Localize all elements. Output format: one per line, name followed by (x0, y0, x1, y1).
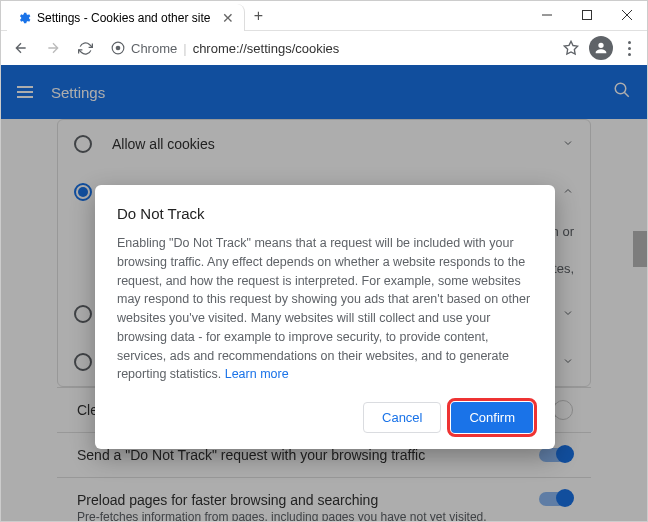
maximize-button[interactable] (567, 1, 607, 29)
dialog-body: Enabling "Do Not Track" means that a req… (117, 234, 533, 384)
reload-button[interactable] (71, 34, 99, 62)
window-controls (527, 1, 647, 29)
kebab-menu-icon[interactable] (617, 41, 641, 56)
window-titlebar: Settings - Cookies and other site ✕ + (1, 1, 647, 31)
cancel-button[interactable]: Cancel (363, 402, 441, 433)
forward-button[interactable] (39, 34, 67, 62)
new-tab-button[interactable]: + (245, 7, 271, 25)
svg-rect-1 (583, 11, 592, 20)
learn-more-link[interactable]: Learn more (225, 367, 289, 381)
url-display[interactable]: Chrome | chrome://settings/cookies (103, 41, 553, 56)
profile-avatar[interactable] (589, 36, 613, 60)
gear-icon (17, 11, 31, 25)
svg-point-5 (116, 46, 121, 51)
close-window-button[interactable] (607, 1, 647, 29)
browser-tab[interactable]: Settings - Cookies and other site ✕ (7, 4, 245, 31)
url-separator: | (183, 41, 186, 56)
confirm-button[interactable]: Confirm (451, 402, 533, 433)
dnt-dialog: Do Not Track Enabling "Do Not Track" mea… (95, 185, 555, 449)
address-bar: Chrome | chrome://settings/cookies (1, 31, 647, 65)
minimize-button[interactable] (527, 1, 567, 29)
star-icon[interactable] (557, 34, 585, 62)
url-path: chrome://settings/cookies (193, 41, 340, 56)
dialog-title: Do Not Track (117, 205, 533, 222)
close-tab-icon[interactable]: ✕ (222, 10, 234, 26)
chrome-icon (111, 41, 125, 55)
back-button[interactable] (7, 34, 35, 62)
dialog-buttons: Cancel Confirm (117, 402, 533, 433)
tab-title: Settings - Cookies and other site (37, 11, 210, 25)
url-origin: Chrome (131, 41, 177, 56)
